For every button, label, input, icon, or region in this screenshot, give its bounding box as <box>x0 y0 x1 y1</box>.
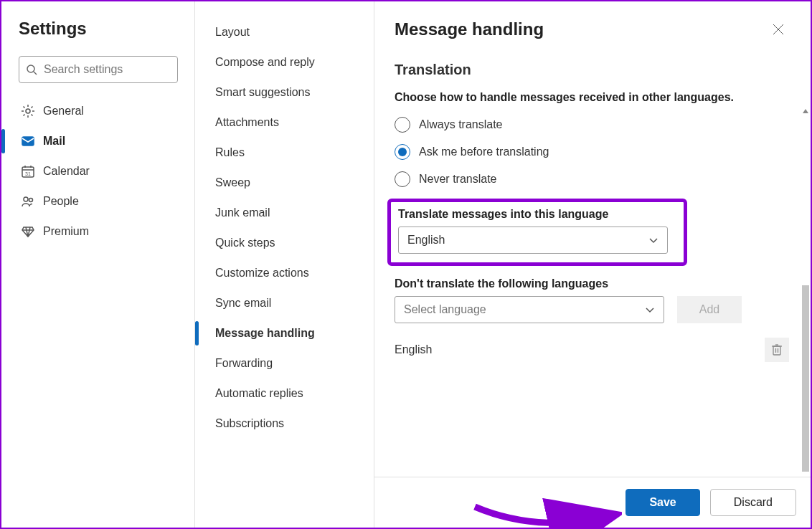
subnav-item-smart-suggestions[interactable]: Smart suggestions <box>208 77 361 108</box>
chevron-down-icon <box>645 305 655 315</box>
subnav-item-label: Compose and reply <box>215 56 315 69</box>
svg-marker-13 <box>803 109 808 113</box>
sidebar-item-general[interactable]: General <box>19 96 184 126</box>
svg-point-10 <box>29 199 33 202</box>
search-icon <box>26 64 37 75</box>
svg-line-1 <box>34 72 37 75</box>
exclude-languages-label: Don't translate the following languages <box>395 277 789 290</box>
sidebar-item-calendar[interactable]: 31Calendar <box>19 156 184 186</box>
subnav-item-subscriptions[interactable]: Subscriptions <box>208 409 361 439</box>
main-panel: Message handling Translation Choose how … <box>374 1 811 528</box>
subnav-item-label: Subscriptions <box>215 417 284 430</box>
radio-option-never[interactable]: Never translate <box>395 171 789 187</box>
sidebar-item-mail[interactable]: Mail <box>19 126 184 156</box>
subnav-item-sync-email[interactable]: Sync email <box>208 288 361 318</box>
svg-rect-14 <box>773 346 780 355</box>
sidebar-item-premium[interactable]: Premium <box>19 216 184 247</box>
subnav-item-label: Sync email <box>215 297 271 310</box>
exclude-language-placeholder: Select language <box>404 303 486 316</box>
subnav-item-message-handling[interactable]: Message handling <box>208 318 361 348</box>
subnav-item-label: Quick steps <box>215 237 275 249</box>
save-button[interactable]: Save <box>625 489 699 516</box>
subnav-item-label: Sweep <box>215 176 250 189</box>
radio-label: Always translate <box>419 118 503 131</box>
settings-title: Settings <box>19 19 184 39</box>
subnav-item-customize-actions[interactable]: Customize actions <box>208 258 361 288</box>
subnav-item-label: Automatic replies <box>215 387 303 400</box>
close-button[interactable] <box>768 19 789 40</box>
close-icon <box>773 24 784 35</box>
sidebar-item-people[interactable]: People <box>19 186 184 216</box>
search-settings-field[interactable] <box>19 56 184 83</box>
people-icon <box>20 194 36 209</box>
subnav-item-forwarding[interactable]: Forwarding <box>208 348 361 378</box>
calendar-icon: 31 <box>20 163 36 179</box>
excluded-language-row: English <box>395 338 789 362</box>
subnav-item-label: Junk email <box>215 206 270 219</box>
svg-point-9 <box>24 197 28 201</box>
radio-label: Never translate <box>419 173 497 186</box>
exclude-language-select[interactable]: Select language <box>395 296 664 323</box>
radio-icon <box>395 171 410 187</box>
subnav-item-label: Rules <box>215 146 245 159</box>
svg-text:31: 31 <box>25 171 31 176</box>
sidebar-item-label: People <box>43 195 79 208</box>
chevron-down-icon <box>648 235 658 245</box>
settings-sidebar: Settings GeneralMail31CalendarPeoplePrem… <box>1 1 195 528</box>
search-settings-input[interactable] <box>19 56 178 83</box>
subnav-item-label: Customize actions <box>215 267 309 280</box>
subnav-item-label: Smart suggestions <box>215 86 311 99</box>
subnav-item-automatic-replies[interactable]: Automatic replies <box>208 378 361 409</box>
panel-footer: Save Discard <box>374 477 811 528</box>
target-language-select[interactable]: English <box>398 227 668 254</box>
section-title-translation: Translation <box>395 62 789 78</box>
subnav-item-label: Forwarding <box>215 357 273 370</box>
scroll-up-arrow-icon[interactable] <box>802 105 809 112</box>
subnav-item-attachments[interactable]: Attachments <box>208 108 361 138</box>
panel-title: Message handling <box>395 19 544 39</box>
subnav-item-junk-email[interactable]: Junk email <box>208 198 361 228</box>
subnav-item-label: Layout <box>215 26 250 39</box>
radio-option-ask[interactable]: Ask me before translating <box>395 144 789 160</box>
translation-description: Choose how to handle messages received i… <box>395 91 789 104</box>
svg-point-2 <box>26 109 30 113</box>
svg-point-0 <box>27 65 34 72</box>
sidebar-item-label: General <box>43 105 84 118</box>
mail-icon <box>20 133 36 149</box>
radio-icon <box>395 117 410 133</box>
radio-label: Ask me before translating <box>419 146 549 158</box>
target-language-label: Translate messages into this language <box>398 208 676 221</box>
scrollbar-thumb[interactable] <box>802 285 809 472</box>
subnav-item-sweep[interactable]: Sweep <box>208 168 361 198</box>
sidebar-item-label: Premium <box>43 225 89 238</box>
diamond-icon <box>20 224 36 239</box>
mail-subnav: LayoutCompose and replySmart suggestions… <box>195 1 374 528</box>
discard-button[interactable]: Discard <box>710 489 796 516</box>
trash-icon <box>771 343 783 356</box>
subnav-item-quick-steps[interactable]: Quick steps <box>208 228 361 258</box>
subnav-item-label: Message handling <box>215 327 315 340</box>
radio-option-always[interactable]: Always translate <box>395 117 789 133</box>
gear-icon <box>20 103 36 119</box>
target-language-highlight: Translate messages into this language En… <box>387 199 687 266</box>
subnav-item-rules[interactable]: Rules <box>208 138 361 168</box>
subnav-item-layout[interactable]: Layout <box>208 17 361 47</box>
excluded-language-name: English <box>395 343 432 356</box>
target-language-value: English <box>407 234 445 247</box>
subnav-item-compose-reply[interactable]: Compose and reply <box>208 47 361 77</box>
sidebar-item-label: Mail <box>43 135 65 148</box>
subnav-item-label: Attachments <box>215 116 279 129</box>
radio-icon <box>395 144 410 160</box>
delete-language-button[interactable] <box>765 338 789 362</box>
add-language-button[interactable]: Add <box>677 296 742 323</box>
sidebar-item-label: Calendar <box>43 165 90 178</box>
